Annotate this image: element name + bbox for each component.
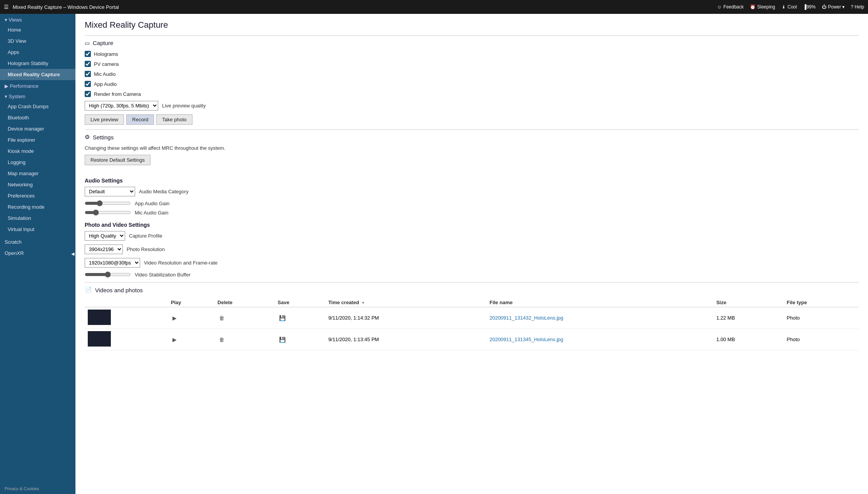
app-audio-gain-slider[interactable] bbox=[85, 200, 131, 206]
audio-media-category-label: Audio Media Category bbox=[139, 189, 189, 194]
files-table: Play Delete Save Time created ▼ File nam… bbox=[85, 298, 859, 350]
checkbox-rendercam[interactable] bbox=[85, 91, 91, 97]
files-label: Videos and photos bbox=[95, 287, 143, 293]
col-delete: Delete bbox=[214, 298, 274, 307]
settings-note: Changing these settings will affect MRC … bbox=[85, 145, 859, 151]
sidebar-item-3dview[interactable]: 3D View bbox=[0, 35, 75, 47]
sidebar-item-file-explorer[interactable]: File explorer bbox=[0, 134, 75, 146]
sidebar-item-recording-mode[interactable]: Recording mode bbox=[0, 201, 75, 213]
col-time[interactable]: Time created ▼ bbox=[325, 298, 487, 307]
save-button-2[interactable]: 💾 bbox=[278, 336, 287, 343]
privacy-cookies-footer[interactable]: Privacy & Cookies bbox=[0, 483, 75, 494]
checkbox-micaudio-row: Mic Audio bbox=[85, 71, 859, 77]
capture-profile-dropdown[interactable]: High Quality Medium Low bbox=[85, 231, 125, 241]
settings-label: Settings bbox=[93, 134, 114, 141]
file-size-2: 1.00 MB bbox=[713, 329, 784, 350]
checkbox-rendercam-label: Render from Camera bbox=[94, 91, 141, 97]
capture-label: Capture bbox=[93, 40, 113, 46]
sidebar-views-header[interactable]: ▾ Views bbox=[0, 14, 75, 24]
col-play: Play bbox=[168, 298, 214, 307]
delete-button-1[interactable]: 🗑 bbox=[217, 314, 226, 322]
sidebar-item-map-manager[interactable]: Map manager bbox=[0, 168, 75, 179]
feedback-icon: ☺ bbox=[717, 4, 722, 10]
take-photo-button[interactable]: Take photo bbox=[156, 114, 192, 125]
sidebar-item-bluetooth[interactable]: Bluetooth bbox=[0, 112, 75, 123]
mic-audio-gain-row: Mic Audio Gain bbox=[85, 209, 859, 216]
col-save: Save bbox=[274, 298, 325, 307]
play-button-2[interactable]: ▶ bbox=[171, 336, 178, 343]
checkbox-pvcamera-label: PV camera bbox=[94, 61, 119, 67]
sidebar-item-app-crash-dumps[interactable]: App Crash Dumps bbox=[0, 101, 75, 112]
sidebar-item-openxr[interactable]: OpenXR bbox=[0, 248, 75, 259]
photo-resolution-label: Photo Resolution bbox=[127, 246, 165, 252]
checkbox-holograms[interactable] bbox=[85, 51, 91, 57]
checkbox-appaudio-label: App Audio bbox=[94, 81, 117, 87]
sidebar-item-networking[interactable]: Networking bbox=[0, 179, 75, 190]
capture-section-header: ▭ Capture bbox=[85, 35, 859, 46]
temp-icon: 🌡 bbox=[781, 4, 786, 10]
settings-section-header: ⚙ Settings bbox=[85, 129, 859, 141]
sidebar-item-device-manager[interactable]: Device manager bbox=[0, 123, 75, 134]
capture-icon: ▭ bbox=[85, 40, 90, 46]
checkbox-appaudio[interactable] bbox=[85, 81, 91, 87]
app-audio-gain-label: App Audio Gain bbox=[135, 201, 169, 206]
checkbox-micaudio-label: Mic Audio bbox=[94, 71, 115, 77]
checkbox-micaudio[interactable] bbox=[85, 71, 91, 77]
file-time-2: 9/11/2020, 1:13:45 PM bbox=[325, 329, 487, 350]
restore-defaults-button[interactable]: Restore Default Settings bbox=[85, 155, 151, 165]
feedback-button[interactable]: ☺ Feedback bbox=[717, 4, 744, 10]
settings-icon: ⚙ bbox=[85, 134, 90, 141]
video-resolution-dropdown[interactable]: 1920x1080@30fps 1280x720@30fps 1280x720@… bbox=[85, 258, 140, 268]
video-resolution-label: Video Resolution and Frame-rate bbox=[144, 260, 217, 266]
audio-media-category-dropdown[interactable]: Default Communications None bbox=[85, 187, 135, 196]
quality-dropdown[interactable]: High (720p, 30fps, 5 Mbits) Medium Low bbox=[85, 101, 158, 111]
col-type: File type bbox=[784, 298, 859, 307]
checkbox-pvcamera[interactable] bbox=[85, 61, 91, 67]
file-type-2: Photo bbox=[784, 329, 859, 350]
sidebar-item-hologram-stability[interactable]: Hologram Stability bbox=[0, 58, 75, 69]
mic-audio-gain-slider[interactable] bbox=[85, 209, 131, 216]
play-button-1[interactable]: ▶ bbox=[171, 314, 178, 322]
sidebar-item-virtual-input[interactable]: Virtual Input bbox=[0, 224, 75, 235]
help-button[interactable]: ? Help bbox=[851, 4, 864, 10]
sidebar-item-home[interactable]: Home bbox=[0, 24, 75, 35]
topbar: ☰ Mixed Reality Capture – Windows Device… bbox=[0, 0, 868, 14]
sidebar-toggle-button[interactable]: ◀ bbox=[70, 247, 75, 261]
save-button-1[interactable]: 💾 bbox=[278, 314, 287, 322]
file-thumbnail-2 bbox=[85, 329, 168, 350]
sidebar-system-header[interactable]: ▾ System bbox=[0, 90, 75, 101]
hamburger-icon[interactable]: ☰ bbox=[4, 4, 9, 10]
photo-resolution-dropdown[interactable]: 3904x2196 2272x1278 1920x1080 bbox=[85, 244, 123, 254]
checkbox-pvcamera-row: PV camera bbox=[85, 61, 859, 67]
table-row: ▶ 🗑 💾 9/11/2020, 1:14:32 PM 20200911_131… bbox=[85, 307, 859, 329]
quality-control-row: High (720p, 30fps, 5 Mbits) Medium Low L… bbox=[85, 101, 859, 111]
sidebar-item-apps[interactable]: Apps bbox=[0, 47, 75, 58]
audio-media-category-row: Default Communications None Audio Media … bbox=[85, 187, 859, 196]
delete-button-2[interactable]: 🗑 bbox=[217, 336, 226, 343]
capture-profile-row: High Quality Medium Low Capture Profile bbox=[85, 231, 859, 241]
sidebar-performance-header[interactable]: ▶ Performance bbox=[0, 80, 75, 90]
files-section-header: 📄 Videos and photos bbox=[85, 282, 859, 293]
capture-buttons: Live preview Record Take photo bbox=[85, 114, 859, 125]
sidebar-item-scratch[interactable]: Scratch bbox=[0, 236, 75, 248]
stabilization-slider[interactable] bbox=[85, 271, 131, 278]
power-icon: ⏻ bbox=[822, 4, 826, 10]
file-link-1[interactable]: 20200911_131432_HoloLens.jpg bbox=[490, 315, 564, 321]
content: Mixed Reality Capture ▭ Capture Hologram… bbox=[75, 14, 868, 494]
sidebar-item-kiosk-mode[interactable]: Kiosk mode bbox=[0, 146, 75, 157]
sidebar-item-logging[interactable]: Logging bbox=[0, 157, 75, 168]
power-button[interactable]: ⏻ Power ▾ bbox=[822, 4, 845, 10]
checkbox-rendercam-row: Render from Camera bbox=[85, 91, 859, 97]
sidebar-item-preferences[interactable]: Preferences bbox=[0, 190, 75, 201]
live-preview-button[interactable]: Live preview bbox=[85, 114, 124, 125]
photo-video-settings-header: Photo and Video Settings bbox=[85, 222, 859, 228]
stabilization-row: Video Stabilization Buffer bbox=[85, 271, 859, 278]
sidebar-item-mixed-reality-capture[interactable]: Mixed Reality Capture bbox=[0, 69, 75, 80]
checkbox-appaudio-row: App Audio bbox=[85, 81, 859, 87]
capture-profile-label: Capture Profile bbox=[129, 233, 162, 239]
file-time-1: 9/11/2020, 1:14:32 PM bbox=[325, 307, 487, 329]
file-link-2[interactable]: 20200911_131345_HoloLens.jpg bbox=[490, 337, 564, 342]
sidebar-item-simulation[interactable]: Simulation bbox=[0, 213, 75, 224]
col-size: Size bbox=[713, 298, 784, 307]
record-button[interactable]: Record bbox=[126, 114, 154, 125]
